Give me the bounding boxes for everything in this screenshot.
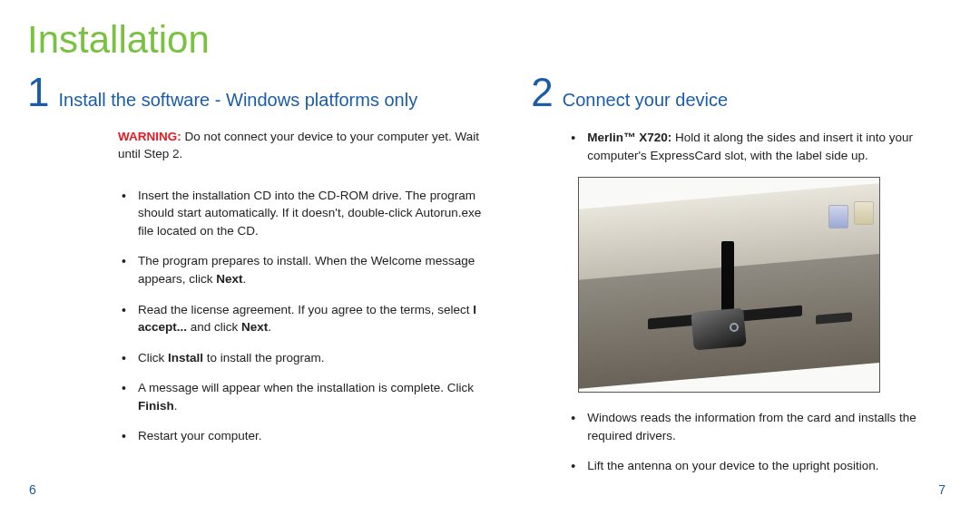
bullet-bold: Merlin™ X720: [587, 131, 671, 144]
bullet-text: Lift the antenna on your device to the u… [587, 459, 878, 472]
step-1-number: 1 [27, 73, 49, 112]
step-2-bottom-bullets: Windows reads the information from the c… [567, 409, 944, 475]
warning-block: WARNING: Do not connect your device to y… [118, 129, 485, 163]
left-column: 1 Install the software - Windows platfor… [27, 73, 485, 488]
bullet-text: . [243, 272, 247, 286]
columns-layout: 1 Install the software - Windows platfor… [27, 73, 944, 488]
bullet-text: Read the license agreement. If you agree… [138, 303, 473, 316]
list-item: Lift the antenna on your device to the u… [567, 457, 944, 475]
page-title: Installation [27, 18, 944, 62]
page-number-right: 7 [938, 482, 946, 497]
list-item: Merlin™ X720: Hold it along the sides an… [567, 129, 944, 164]
page-number-left: 6 [29, 482, 36, 497]
list-item: Insert the installation CD into the CD-R… [118, 187, 485, 240]
step-1-bullets: Insert the installation CD into the CD-R… [118, 187, 485, 445]
sticker-icon [828, 205, 848, 228]
bullet-text: . [174, 399, 178, 413]
step-2-title: Connect your device [563, 89, 728, 111]
bullet-text: Insert the installation CD into the CD-R… [138, 189, 481, 238]
list-item: Windows reads the information from the c… [567, 409, 944, 444]
bullet-text: Click [138, 351, 168, 364]
list-item: Restart your computer. [118, 427, 485, 445]
right-column: 2 Connect your device Merlin™ X720: Hold… [531, 73, 944, 488]
step-2-number: 2 [531, 73, 553, 112]
device-image [578, 177, 880, 393]
bullet-text: A message will appear when the installat… [138, 381, 474, 394]
bullet-text: The program prepares to install. When th… [138, 254, 475, 286]
merlin-device [691, 308, 747, 351]
bullet-bold: Finish [138, 399, 174, 413]
step-1-title: Install the software - Windows platforms… [58, 89, 417, 111]
bullet-bold: Next [241, 320, 268, 334]
step-1-header: 1 Install the software - Windows platfor… [27, 73, 485, 112]
bullet-bold: Install [168, 351, 203, 364]
bullet-text: to install the program. [203, 351, 325, 364]
warning-label: WARNING: [118, 130, 181, 143]
bullet-text: and click [187, 320, 241, 334]
bullet-text: Restart your computer. [138, 429, 262, 442]
step-2-header: 2 Connect your device [531, 73, 944, 112]
bullet-text: Windows reads the information from the c… [587, 411, 916, 442]
step-2-top-bullets: Merlin™ X720: Hold it along the sides an… [567, 129, 944, 164]
list-item: Read the license agreement. If you agree… [118, 301, 485, 336]
sticker-icon [854, 201, 874, 225]
bullet-text: . [268, 320, 271, 334]
list-item: The program prepares to install. When th… [118, 252, 485, 287]
list-item: Click Install to install the program. [118, 349, 485, 367]
list-item: A message will appear when the installat… [118, 379, 485, 414]
device-antenna [721, 241, 734, 316]
bullet-bold: Next [216, 272, 242, 286]
